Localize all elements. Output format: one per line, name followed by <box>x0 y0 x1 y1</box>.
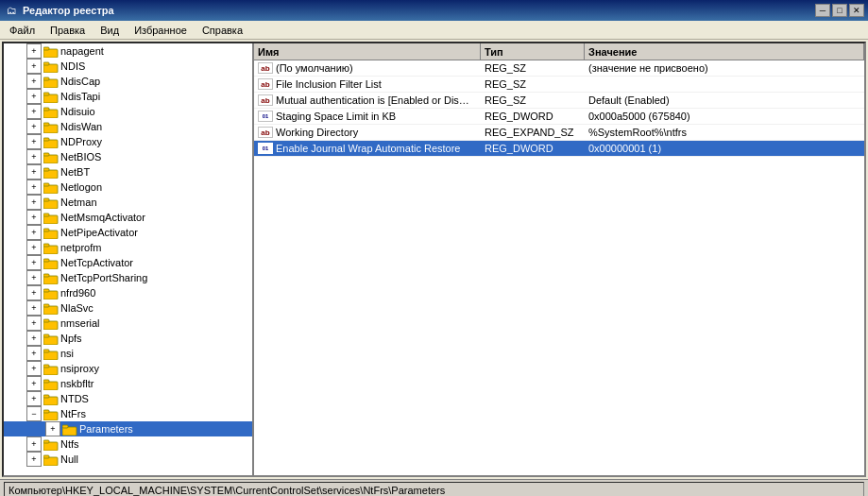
tree-item-NTDS[interactable]: + NTDS <box>4 391 252 406</box>
value-row-working-dir[interactable]: abWorking DirectoryREG_EXPAND_SZ%SystemR… <box>254 125 864 141</box>
tree-item-nmserial[interactable]: + nmserial <box>4 316 252 331</box>
tree-item-netprofm[interactable]: + netprofm <box>4 240 252 255</box>
value-row-default[interactable]: ab(По умолчанию)REG_SZ(значение не присв… <box>254 60 864 77</box>
svg-rect-33 <box>43 289 49 292</box>
expand-icon[interactable]: + <box>26 74 42 89</box>
tree-item-Netlogon[interactable]: + Netlogon <box>4 180 252 195</box>
folder-icon <box>43 407 60 419</box>
expand-icon[interactable]: + <box>26 210 42 225</box>
values-scroll[interactable]: ab(По умолчанию)REG_SZ(значение не присв… <box>254 60 864 475</box>
tree-item-NetBIOS[interactable]: + NetBIOS <box>4 149 252 164</box>
expand-icon[interactable]: + <box>26 195 42 210</box>
tree-item-Netman[interactable]: + Netman <box>4 195 252 210</box>
folder-icon <box>43 347 60 359</box>
menu-bar: Файл Правка Вид Избранное Справка <box>0 21 868 40</box>
tree-label: NetPipeActivator <box>60 227 138 238</box>
menu-help[interactable]: Справка <box>195 23 250 38</box>
tree-item-NdisWan[interactable]: + NdisWan <box>4 119 252 134</box>
tree-panel: + napagent+ NDIS+ NdisCap+ NdisTapi+ Ndi… <box>4 43 254 475</box>
value-row-mutual-auth[interactable]: abMutual authentication is [Enabled or D… <box>254 93 864 109</box>
tree-item-NetMsmqActivator[interactable]: + NetMsmqActivator <box>4 210 252 225</box>
tree-item-NdisTapi[interactable]: + NdisTapi <box>4 89 252 104</box>
svg-rect-13 <box>43 138 49 141</box>
svg-rect-39 <box>43 334 49 337</box>
expand-icon[interactable]: + <box>26 255 42 270</box>
menu-file[interactable]: Файл <box>2 23 43 38</box>
value-row-staging-space[interactable]: 01Staging Space Limit in KBREG_DWORD0x00… <box>254 109 864 125</box>
value-type: REG_DWORD <box>481 111 585 122</box>
value-name-text: Working Directory <box>276 127 358 138</box>
svg-rect-19 <box>43 183 49 186</box>
svg-rect-11 <box>43 123 49 126</box>
expand-icon[interactable]: + <box>26 285 42 300</box>
tree-item-NDIS[interactable]: + NDIS <box>4 59 252 74</box>
expand-icon[interactable]: + <box>26 149 42 164</box>
tree-item-nskbfltr[interactable]: + nskbfltr <box>4 376 252 391</box>
tree-item-Parameters[interactable]: + Parameters <box>4 421 252 436</box>
tree-item-NtFrs[interactable]: − NtFrs <box>4 406 252 421</box>
expand-icon[interactable]: + <box>26 316 42 331</box>
tree-item-nfrd960[interactable]: + nfrd960 <box>4 285 252 300</box>
expand-icon[interactable]: + <box>26 376 42 391</box>
tree-item-Npfs[interactable]: + Npfs <box>4 331 252 346</box>
expand-icon[interactable]: + <box>26 59 42 74</box>
expand-icon[interactable]: + <box>26 164 42 180</box>
expand-icon[interactable]: + <box>26 436 42 452</box>
close-button[interactable]: ✕ <box>849 4 864 17</box>
tree-item-NetBT[interactable]: + NetBT <box>4 164 252 180</box>
expand-icon[interactable]: + <box>26 331 42 346</box>
tree-item-NdisCap[interactable]: + NdisCap <box>4 74 252 89</box>
expand-icon[interactable]: + <box>26 361 42 376</box>
expand-icon[interactable]: + <box>26 119 42 134</box>
tree-item-Ndisuio[interactable]: + Ndisuio <box>4 104 252 119</box>
tree-item-NetTcpPortSharing[interactable]: + NetTcpPortSharing <box>4 270 252 285</box>
expand-icon[interactable]: + <box>26 391 42 406</box>
folder-icon <box>43 286 60 299</box>
header-type[interactable]: Тип <box>481 43 585 60</box>
folder-icon <box>43 60 60 72</box>
expand-icon[interactable]: + <box>26 346 42 361</box>
svg-rect-51 <box>62 425 68 428</box>
menu-favorites[interactable]: Избранное <box>127 23 195 38</box>
expand-icon[interactable]: + <box>26 270 42 285</box>
tree-label: NlaSvc <box>60 302 94 314</box>
expand-icon[interactable]: − <box>26 406 42 421</box>
tree-item-nsiproxy[interactable]: + nsiproxy <box>4 361 252 376</box>
expand-icon[interactable]: + <box>45 421 60 436</box>
tree-label: NdisWan <box>60 121 102 132</box>
menu-view[interactable]: Вид <box>93 23 127 38</box>
expand-icon[interactable]: + <box>26 89 42 104</box>
header-name[interactable]: Имя <box>254 43 481 60</box>
expand-icon[interactable]: + <box>26 300 42 316</box>
header-value[interactable]: Значение <box>585 43 864 60</box>
tree-item-napagent[interactable]: + napagent <box>4 43 252 59</box>
value-row-file-inclusion[interactable]: abFile Inclusion Filter ListREG_SZ <box>254 77 864 93</box>
tree-scroll[interactable]: + napagent+ NDIS+ NdisCap+ NdisTapi+ Ndi… <box>4 43 252 475</box>
tree-item-NDProxy[interactable]: + NDProxy <box>4 134 252 149</box>
tree-label: nskbfltr <box>60 378 94 389</box>
tree-item-NetTcpActivator[interactable]: + NetTcpActivator <box>4 255 252 270</box>
maximize-button[interactable]: □ <box>832 4 847 17</box>
tree-item-NetPipeActivator[interactable]: + NetPipeActivator <box>4 225 252 240</box>
tree-item-Null[interactable]: + Null <box>4 452 252 467</box>
expand-icon[interactable]: + <box>26 134 42 149</box>
minimize-button[interactable]: ─ <box>815 4 830 17</box>
value-row-journal-wrap[interactable]: 01Enable Journal Wrap Automatic RestoreR… <box>254 141 864 157</box>
svg-rect-47 <box>43 395 49 398</box>
tree-label: NTDS <box>60 393 89 404</box>
tree-label: nfrd960 <box>60 287 95 299</box>
folder-icon <box>43 135 60 147</box>
expand-icon[interactable]: + <box>26 43 42 59</box>
expand-icon[interactable]: + <box>26 225 42 240</box>
tree-item-Ntfs[interactable]: + Ntfs <box>4 436 252 452</box>
expand-icon[interactable]: + <box>26 104 42 119</box>
value-name-text: File Inclusion Filter List <box>276 78 382 90</box>
expand-icon[interactable]: + <box>26 180 42 195</box>
expand-icon[interactable]: + <box>26 240 42 255</box>
title-bar-text: Редактор реестра <box>23 5 114 16</box>
tree-item-nsi[interactable]: + nsi <box>4 346 252 361</box>
menu-edit[interactable]: Правка <box>43 23 93 38</box>
expand-icon[interactable]: + <box>26 452 42 467</box>
tree-item-NlaSvc[interactable]: + NlaSvc <box>4 300 252 316</box>
value-name: ab(По умолчанию) <box>254 62 481 74</box>
